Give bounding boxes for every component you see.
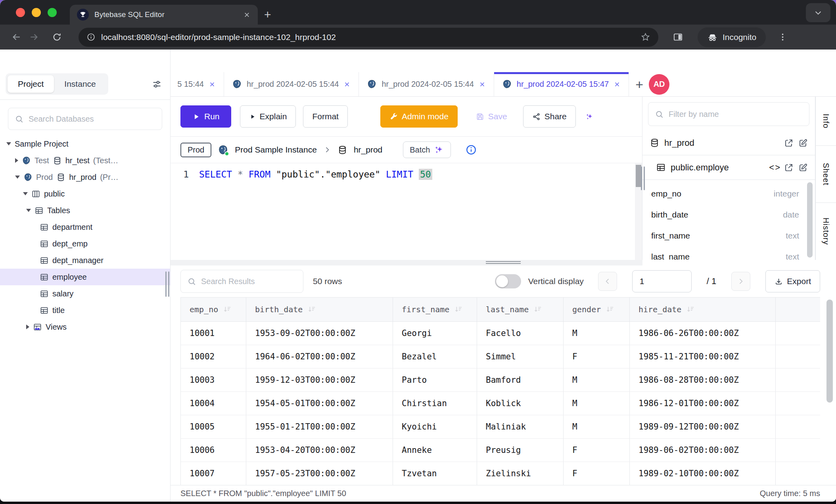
table-cell[interactable]: 10007 <box>181 462 246 485</box>
horizontal-splitter[interactable] <box>171 260 836 265</box>
table-cell[interactable]: 1955-01-21T00:00:00Z <box>246 415 393 438</box>
database-search-input[interactable] <box>29 115 155 124</box>
table-cell[interactable]: Koblick <box>477 392 564 415</box>
table-row[interactable]: 100031959-12-03T00:00:00ZPartoBamfordM19… <box>181 368 820 392</box>
results-search-input[interactable] <box>201 277 297 286</box>
results-scrollbar[interactable] <box>826 300 833 403</box>
column-header[interactable]: last_name <box>477 298 564 321</box>
editor-tab[interactable]: hr_prod 2024-02-05 15:44 <box>359 72 494 96</box>
external-link-icon[interactable] <box>784 163 794 172</box>
caret-right-icon[interactable] <box>15 158 18 163</box>
connected-database[interactable]: hr_prod <box>354 145 382 155</box>
table-cell[interactable]: 1989-09-12T00:00:00Z <box>630 415 776 438</box>
table-cell[interactable]: 10005 <box>181 415 246 438</box>
rail-tab-info[interactable]: Info <box>816 97 836 146</box>
schema-filter-box[interactable] <box>648 102 809 126</box>
panel-resize-handle[interactable] <box>641 166 645 190</box>
tab-project[interactable]: Project <box>8 75 54 93</box>
filter-settings-icon[interactable] <box>151 79 162 90</box>
next-page-button[interactable] <box>731 272 750 291</box>
site-info-icon[interactable] <box>86 32 96 42</box>
sort-icon[interactable] <box>307 305 316 314</box>
external-link-icon[interactable] <box>784 138 794 148</box>
column-header[interactable]: emp_no <box>181 298 246 321</box>
table-cell[interactable]: 1986-08-28T00:00:00Z <box>630 368 776 391</box>
table-cell[interactable]: Anneke <box>393 439 477 462</box>
sidebar-resize-handle[interactable] <box>165 271 169 297</box>
reload-button[interactable] <box>50 31 63 44</box>
browser-tab[interactable]: Bytebase SQL Editor <box>70 5 258 25</box>
user-avatar[interactable]: AD <box>649 74 669 95</box>
database-search-box[interactable] <box>8 108 162 130</box>
table-cell[interactable]: 10004 <box>181 392 246 415</box>
sort-icon[interactable] <box>686 305 695 314</box>
instance-name[interactable]: Prod Sample Instance <box>235 145 317 155</box>
tab-search-button[interactable] <box>806 3 830 22</box>
new-query-tab-button[interactable]: + <box>635 78 643 91</box>
table-cell[interactable]: M <box>564 368 630 391</box>
table-cell[interactable]: Bezalel <box>393 345 477 368</box>
table-cell[interactable]: 10002 <box>181 345 246 368</box>
tree-item-table[interactable]: dept_manager <box>0 252 170 269</box>
address-bar[interactable]: localhost:8080/sql-editor/prod-sample-in… <box>79 28 658 47</box>
column-header[interactable]: first_name <box>393 298 477 321</box>
column-header[interactable]: hire_date <box>630 298 776 321</box>
export-button[interactable]: Export <box>765 270 820 292</box>
admin-mode-button[interactable]: Admin mode <box>380 105 458 128</box>
caret-right-icon[interactable] <box>26 325 29 329</box>
table-row[interactable]: 100051955-01-21T00:00:00ZKyoichiMaliniak… <box>181 415 820 439</box>
rail-tab-history[interactable]: History <box>816 203 836 260</box>
table-row[interactable]: 100071957-05-23T00:00:00ZTzvetanZielinsk… <box>181 462 820 485</box>
format-button[interactable]: Format <box>303 105 348 128</box>
sort-icon[interactable] <box>223 305 232 314</box>
table-cell[interactable]: M <box>564 392 630 415</box>
tree-item-table[interactable]: dept_emp <box>0 235 170 252</box>
run-button[interactable]: Run <box>180 105 231 128</box>
table-row[interactable]: 100021964-06-02T00:00:00ZBezalelSimmelF1… <box>181 345 820 368</box>
forward-button[interactable] <box>27 31 40 44</box>
table-row[interactable]: 100011953-09-02T00:00:00ZGeorgiFacelloM1… <box>181 322 820 345</box>
sql-line[interactable]: 1 SELECT * FROM "public"."employee" LIMI… <box>171 165 642 184</box>
column-header[interactable]: birth_date <box>246 298 393 321</box>
table-cell[interactable]: Facello <box>477 322 564 345</box>
table-cell[interactable]: 1954-05-01T00:00:00Z <box>246 392 393 415</box>
url-text[interactable]: localhost:8080/sql-editor/prod-sample-in… <box>101 32 635 42</box>
table-cell[interactable]: Georgi <box>393 322 477 345</box>
column-row[interactable]: first_nametext <box>651 225 799 246</box>
table-cell[interactable]: Maliniak <box>477 415 564 438</box>
tree-item-table[interactable]: title <box>0 302 170 319</box>
caret-down-icon[interactable] <box>6 142 11 145</box>
close-tab-icon[interactable] <box>479 81 486 88</box>
table-row[interactable]: 100061953-04-20T00:00:00ZAnnekePreusigF1… <box>181 439 820 462</box>
table-cell[interactable]: Zielinski <box>477 462 564 485</box>
table-cell[interactable]: Chirstian <box>393 392 477 415</box>
share-button[interactable]: Share <box>523 105 576 128</box>
table-cell[interactable]: F <box>564 345 630 368</box>
caret-down-icon[interactable] <box>15 176 20 179</box>
schema-database-row[interactable]: hr_prod <box>642 131 815 155</box>
rail-tab-sheet[interactable]: Sheet <box>816 146 836 203</box>
caret-down-icon[interactable] <box>23 192 28 195</box>
sort-icon[interactable] <box>533 305 542 314</box>
table-cell[interactable]: 1957-05-23T00:00:00Z <box>246 462 393 485</box>
schema-table-row[interactable]: public.employe < > <box>642 155 815 180</box>
prev-page-button[interactable] <box>598 272 617 291</box>
results-search-box[interactable] <box>180 270 303 293</box>
sql-code-editor[interactable]: 1 SELECT * FROM "public"."employee" LIMI… <box>171 163 642 260</box>
info-circle-icon[interactable] <box>465 144 477 156</box>
tab-instance[interactable]: Instance <box>54 75 106 93</box>
table-cell[interactable]: Preusig <box>477 439 564 462</box>
back-button[interactable] <box>10 31 23 44</box>
table-cell[interactable]: 1989-06-02T00:00:00Z <box>630 439 776 462</box>
tree-item-project[interactable]: Sample Project <box>0 136 170 152</box>
table-cell[interactable]: 1964-06-02T00:00:00Z <box>246 345 393 368</box>
table-cell[interactable]: Bamford <box>477 368 564 391</box>
table-cell[interactable]: 10003 <box>181 368 246 391</box>
tree-item-tables[interactable]: Tables <box>0 202 170 219</box>
splitter-grip[interactable] <box>486 261 521 264</box>
column-row[interactable]: last_nametext <box>651 246 799 260</box>
table-cell[interactable]: 1953-04-20T00:00:00Z <box>246 439 393 462</box>
close-browser-tab-icon[interactable] <box>243 11 251 19</box>
table-cell[interactable]: M <box>564 322 630 345</box>
table-cell[interactable]: Tzvetan <box>393 462 477 485</box>
